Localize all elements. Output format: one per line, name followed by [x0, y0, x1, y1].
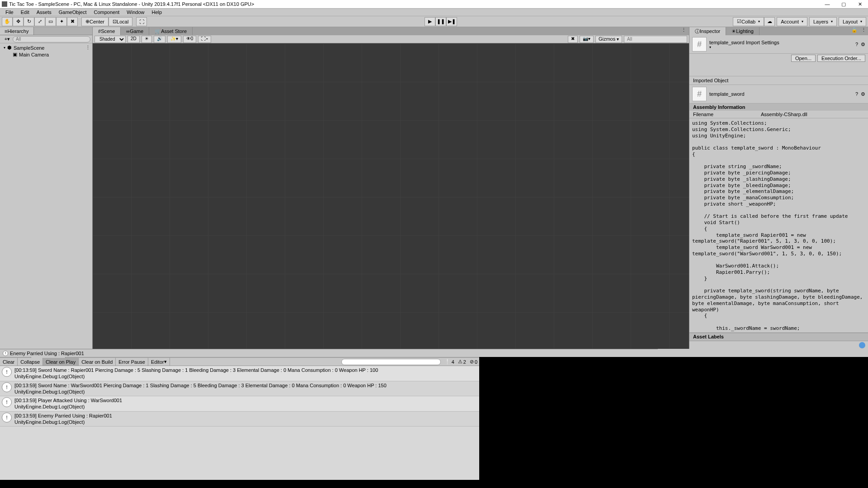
scene-shading-dropdown[interactable]: Shaded	[94, 36, 126, 43]
console-log-entry[interactable]: ![00:13:59] Enemy Parried Using : Rapier…	[0, 412, 479, 427]
scale-tool[interactable]: ⤢	[34, 17, 45, 26]
inspector-lock-icon[interactable]: 🔒	[849, 27, 859, 35]
console-error-pause-button[interactable]: Error Pause	[116, 358, 148, 366]
imported-object-label: Imported Object	[689, 76, 868, 84]
status-bar: ! Enemy Parried Using : Rapier001	[0, 349, 658, 357]
hierarchy-scene[interactable]: ▾⬢ SampleScene ⋮	[0, 44, 92, 51]
scene-menu-icon[interactable]: ⋮	[679, 27, 689, 35]
component-help-icon[interactable]: ?	[855, 91, 858, 97]
scene-lighting-toggle[interactable]: ☀	[142, 36, 152, 43]
console-collapse-button[interactable]: Collapse	[18, 358, 43, 366]
filename-value: Assembly-CSharp.dll	[761, 112, 807, 117]
info-icon: !	[2, 397, 12, 407]
pause-button[interactable]: ❚❚	[435, 17, 446, 26]
code-preview: using System.Collections; using System.C…	[689, 118, 868, 333]
rect-tool[interactable]: ▭	[45, 17, 56, 26]
tab-inspector[interactable]: ⓘ Inspector	[689, 27, 726, 35]
menubar: File Edit Assets GameObject Component Wi…	[0, 8, 868, 16]
console-log-entry[interactable]: ![00:13:59] Sword Name : Rapier001 Pierc…	[0, 366, 479, 381]
script-icon: #	[692, 87, 707, 101]
menu-component[interactable]: Component	[90, 9, 123, 15]
pivot-local-button[interactable]: ⊡ Local	[108, 17, 132, 26]
minimize-button[interactable]: —	[821, 1, 834, 7]
move-tool[interactable]: ✥	[13, 17, 24, 26]
scene-audio-toggle[interactable]: 🔊	[154, 36, 165, 43]
tab-hierarchy[interactable]: ≡ Hierarchy	[0, 27, 34, 35]
menu-help[interactable]: Help	[148, 9, 165, 15]
console-clear-button[interactable]: Clear	[0, 358, 18, 366]
gizmos-dropdown[interactable]: Gizmos ▾	[595, 36, 622, 43]
component-settings-icon[interactable]: ⚙	[861, 91, 865, 97]
console-clear-on-build-button[interactable]: Clear on Build	[79, 358, 116, 366]
execution-order-button[interactable]: Execution Order...	[817, 55, 865, 62]
scene-search[interactable]	[624, 36, 687, 43]
custom-tool[interactable]: ✖	[67, 17, 78, 26]
camera-icon: ▣	[13, 52, 18, 57]
info-icon: !	[2, 382, 12, 392]
play-button[interactable]: ▶	[425, 17, 435, 26]
asset-labels-header: Asset Labels	[689, 333, 868, 341]
window-title: Tic Tac Toe - SampleScene - PC, Mac & Li…	[9, 1, 821, 7]
script-name: template_sword	[709, 91, 853, 97]
console-panel: ▣ Project ▤ Console Clear Collapse Clear…	[0, 349, 479, 480]
handle-center-button[interactable]: ⊕ Center	[81, 17, 108, 26]
scene-panel: # Scene ∞ Game 🛒 Asset Store ⋮ Shaded 2D…	[93, 27, 689, 349]
console-log-entry[interactable]: ![00:13:59] Player Attacked Using : WarS…	[0, 396, 479, 412]
info-icon: !	[2, 367, 12, 377]
error-count[interactable]: ⊘0	[468, 359, 479, 365]
menu-window[interactable]: Window	[123, 9, 148, 15]
info-icon: !	[2, 413, 12, 422]
script-icon: #	[692, 37, 707, 52]
hierarchy-item-main-camera[interactable]: ▣ Main Camera	[0, 51, 92, 58]
scene-tools-button[interactable]: ✖	[568, 36, 578, 43]
scene-fx-toggle[interactable]: ✨▾	[167, 36, 181, 43]
assembly-info-header: Assembly Information	[689, 103, 868, 111]
inspector-title: template_sword Import Settings	[709, 40, 853, 45]
step-button[interactable]: ▶❚	[446, 17, 457, 26]
scene-camera-toggle[interactable]: ⛶▾	[198, 36, 211, 43]
console-clear-on-play-button[interactable]: Clear on Play	[43, 358, 79, 366]
inspector-settings-icon[interactable]: ⚙	[861, 42, 865, 47]
inspector-help-icon[interactable]: ?	[855, 42, 858, 47]
scene-2d-toggle[interactable]: 2D	[127, 36, 140, 43]
hierarchy-panel: ≡ Hierarchy +▾ ▾⬢ SampleScene ⋮ ▣ Main C…	[0, 27, 93, 349]
account-dropdown[interactable]: Account	[777, 17, 807, 26]
hierarchy-search[interactable]	[13, 36, 90, 42]
status-info-icon: !	[3, 351, 8, 356]
menu-file[interactable]: File	[2, 9, 17, 15]
asset-label-tag-icon[interactable]	[859, 342, 865, 348]
tab-game[interactable]: ∞ Game	[121, 27, 149, 35]
snap-button[interactable]: ⛶	[136, 17, 147, 26]
tab-lighting[interactable]: ☀ Lighting	[726, 27, 760, 35]
close-button[interactable]: ✕	[854, 1, 866, 7]
app-icon	[2, 1, 7, 7]
scene-visibility-toggle[interactable]: 👁0	[183, 36, 197, 43]
scene-camera-settings[interactable]: 📷▾	[580, 36, 594, 43]
unity-icon: ⬢	[7, 45, 13, 51]
tab-scene[interactable]: # Scene	[93, 27, 121, 35]
scene-viewport[interactable]	[93, 43, 689, 349]
main-toolbar: ✋ ✥ ↻ ⤢ ▭ ✦ ✖ ⊕ Center ⊡ Local ⛶ ▶ ❚❚ ▶❚…	[0, 16, 868, 27]
collab-dropdown[interactable]: ☑ Collab	[733, 17, 764, 26]
scene-menu-icon[interactable]: ⋮	[85, 45, 90, 51]
layers-dropdown[interactable]: Layers	[809, 17, 837, 26]
warning-count[interactable]: ⚠2	[456, 359, 468, 365]
inspector-menu-icon[interactable]: ⋮	[859, 27, 868, 35]
maximize-button[interactable]: ▢	[837, 1, 850, 7]
info-count[interactable]: ❕4	[443, 359, 456, 365]
console-editor-dropdown[interactable]: Editor ▾	[148, 358, 170, 366]
hand-tool[interactable]: ✋	[2, 17, 13, 26]
console-search[interactable]	[341, 359, 441, 365]
console-log-entry[interactable]: ![00:13:59] Sword Name : WarSword001 Pie…	[0, 381, 479, 397]
menu-gameobject[interactable]: GameObject	[55, 9, 90, 15]
layout-dropdown[interactable]: Layout	[839, 17, 866, 26]
menu-assets[interactable]: Assets	[33, 9, 55, 15]
open-button[interactable]: Open...	[791, 55, 816, 62]
hierarchy-add-button[interactable]: +▾	[2, 36, 13, 42]
rotate-tool[interactable]: ↻	[24, 17, 34, 26]
tab-asset-store[interactable]: 🛒 Asset Store	[149, 27, 193, 35]
transform-tool[interactable]: ✦	[56, 17, 67, 26]
status-text: Enemy Parried Using : Rapier001	[10, 351, 84, 356]
cloud-button[interactable]: ☁	[764, 17, 775, 26]
menu-edit[interactable]: Edit	[17, 9, 33, 15]
